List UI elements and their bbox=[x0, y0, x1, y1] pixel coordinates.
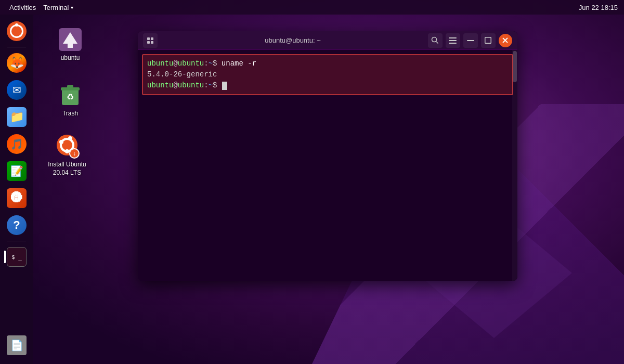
activities-button[interactable]: Activities bbox=[6, 3, 39, 12]
desktop: Activities Terminal ▾ Jun 22 18:15 🦊 bbox=[0, 0, 624, 364]
ubuntu-home-icon bbox=[58, 27, 83, 52]
terminal-scrollbar[interactable] bbox=[512, 50, 517, 281]
terminal-titlebar: ubuntu@ubuntu: ~ bbox=[138, 31, 517, 50]
prompt-user-2: ubuntu bbox=[147, 80, 173, 91]
prompt-host-2: ubuntu bbox=[178, 80, 204, 91]
topbar-left: Activities Terminal ▾ bbox=[6, 3, 73, 12]
svg-rect-23 bbox=[467, 40, 474, 41]
dock-item-thunderbird[interactable] bbox=[4, 77, 29, 102]
svg-point-10 bbox=[65, 149, 69, 153]
prompt-at-1: @ bbox=[173, 58, 177, 69]
terminal-command-1: uname -r bbox=[217, 58, 256, 69]
dock-separator-2 bbox=[7, 241, 26, 241]
terminal-titlebar-left bbox=[143, 33, 158, 48]
terminal-new-tab-button[interactable] bbox=[143, 33, 158, 48]
terminal-dock-icon bbox=[7, 247, 27, 267]
files-icon bbox=[7, 107, 27, 127]
terminal-scrollbar-thumb[interactable] bbox=[513, 51, 517, 82]
terminal-line-1: ubuntu@ubuntu:~$ uname -r bbox=[147, 58, 508, 69]
help-icon bbox=[7, 215, 27, 235]
terminal-search-button[interactable] bbox=[428, 33, 443, 48]
prompt-host-1: ubuntu bbox=[178, 58, 204, 69]
dock-item-help[interactable] bbox=[4, 213, 29, 238]
ubuntu-logo-icon bbox=[7, 21, 27, 41]
terminal-cursor bbox=[222, 82, 227, 90]
svg-rect-2 bbox=[68, 44, 73, 48]
prompt-colon-2: : bbox=[204, 80, 208, 91]
terminal-menu-button[interactable] bbox=[446, 33, 460, 48]
dock-item-libreoffice[interactable] bbox=[4, 159, 29, 184]
svg-text:↓: ↓ bbox=[73, 150, 76, 157]
svg-rect-14 bbox=[147, 37, 150, 40]
appstore-icon bbox=[7, 188, 27, 208]
desktop-icon-trash[interactable]: ♻ Trash bbox=[47, 81, 94, 120]
install-ubuntu-label2: 20.04 LTS bbox=[53, 169, 81, 177]
svg-rect-21 bbox=[449, 40, 457, 41]
svg-rect-15 bbox=[151, 37, 153, 40]
prompt-dollar-1: $ bbox=[213, 58, 217, 69]
desktop-icon-install-ubuntu[interactable]: ↓ Install Ubuntu 20.04 LTS bbox=[44, 132, 90, 179]
svg-rect-24 bbox=[485, 37, 491, 44]
rhythmbox-icon bbox=[7, 134, 27, 154]
dock-item-files[interactable] bbox=[4, 105, 29, 129]
terminal-title: ubuntu@ubuntu: ~ bbox=[265, 36, 321, 44]
terminal-body[interactable]: ubuntu@ubuntu:~$ uname -r 5.4.0-26-gener… bbox=[138, 50, 517, 281]
dock-item-appstore[interactable] bbox=[4, 186, 29, 211]
terminal-titlebar-right bbox=[428, 33, 512, 48]
trash-label: Trash bbox=[62, 110, 78, 118]
svg-point-9 bbox=[68, 136, 72, 140]
svg-point-11 bbox=[59, 140, 63, 144]
firefox-icon: 🦊 bbox=[7, 53, 27, 73]
topbar-right: Jun 22 18:15 bbox=[579, 4, 618, 11]
terminal-menu-arrow: ▾ bbox=[71, 5, 73, 10]
ubuntu-home-label: ubuntu bbox=[61, 54, 80, 62]
svg-rect-16 bbox=[147, 41, 150, 44]
install-ubuntu-icon: ↓ bbox=[55, 134, 80, 159]
svg-rect-17 bbox=[151, 41, 153, 44]
terminal-maximize-button[interactable] bbox=[481, 33, 496, 48]
svg-rect-5 bbox=[67, 85, 73, 88]
prompt-tilde-1: ~ bbox=[209, 58, 213, 69]
terminal-menu-label: Terminal bbox=[43, 4, 69, 11]
prompt-colon-1: : bbox=[204, 58, 208, 69]
svg-line-19 bbox=[436, 42, 438, 44]
prompt-at-2: @ bbox=[173, 80, 177, 91]
datetime-display: Jun 22 18:15 bbox=[579, 4, 618, 11]
dock-separator bbox=[7, 47, 26, 47]
terminal-highlight-box: ubuntu@ubuntu:~$ uname -r 5.4.0-26-gener… bbox=[142, 54, 513, 95]
topbar: Activities Terminal ▾ Jun 22 18:15 bbox=[0, 0, 624, 15]
terminal-window: ubuntu@ubuntu: ~ bbox=[138, 31, 517, 281]
svg-point-18 bbox=[432, 37, 437, 42]
dock-item-rhythmbox[interactable] bbox=[4, 132, 29, 157]
terminal-command-2 bbox=[217, 80, 221, 91]
libreoffice-icon bbox=[7, 161, 27, 181]
svg-rect-22 bbox=[449, 43, 457, 44]
svg-text:♻: ♻ bbox=[67, 93, 74, 101]
prompt-dollar-2: $ bbox=[213, 80, 217, 91]
dock-item-firefox[interactable]: 🦊 bbox=[4, 50, 29, 75]
dock-item-ubuntu[interactable] bbox=[4, 19, 29, 44]
terminal-output-1: 5.4.0-26-generic bbox=[147, 69, 217, 80]
prompt-tilde-2: ~ bbox=[209, 80, 213, 91]
dock-item-filemanager-bottom[interactable]: 📄 bbox=[4, 333, 29, 358]
terminal-line-2: 5.4.0-26-generic bbox=[147, 69, 508, 80]
terminal-minimize-button[interactable] bbox=[463, 33, 478, 48]
prompt-user-1: ubuntu bbox=[147, 58, 173, 69]
desktop-icon-ubuntu[interactable]: ubuntu bbox=[47, 25, 94, 64]
terminal-line-3: ubuntu@ubuntu:~$ bbox=[147, 80, 508, 91]
dock-item-terminal[interactable] bbox=[4, 244, 29, 269]
install-ubuntu-label1: Install Ubuntu bbox=[48, 161, 86, 169]
dock: 🦊 � bbox=[0, 15, 33, 364]
svg-rect-20 bbox=[449, 37, 457, 38]
terminal-menu[interactable]: Terminal ▾ bbox=[43, 4, 73, 11]
terminal-close-button[interactable] bbox=[499, 34, 512, 47]
filemanager-bottom-icon: 📄 bbox=[7, 335, 27, 355]
active-indicator bbox=[4, 251, 6, 263]
thunderbird-icon bbox=[7, 80, 27, 100]
trash-icon: ♻ bbox=[58, 83, 83, 108]
